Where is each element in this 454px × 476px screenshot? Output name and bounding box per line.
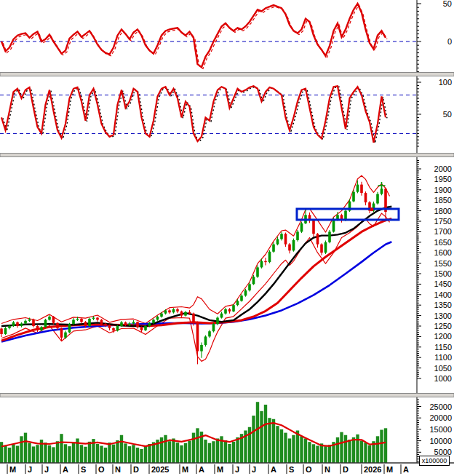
candle-body	[40, 327, 43, 330]
candle-body	[100, 320, 103, 324]
stock-chart-window: 5001005020001950190018501800175017001650…	[0, 0, 454, 476]
candle-body	[252, 277, 255, 284]
month-label: J	[235, 465, 239, 474]
volume-bar	[120, 435, 123, 463]
candle-body	[381, 189, 383, 194]
month-label: M	[217, 465, 223, 474]
volume-bar	[20, 436, 23, 463]
candle-body	[132, 322, 135, 323]
candle-body	[20, 324, 23, 326]
axis-tick-label: 0	[447, 37, 452, 46]
month-label: O	[98, 465, 105, 474]
osc-line	[1, 4, 386, 67]
candle-body	[72, 320, 75, 324]
candle-body	[200, 345, 203, 352]
candle-body	[156, 317, 159, 320]
axis-tick-label: 10000	[429, 437, 452, 445]
axis-tick-label: 25000	[429, 402, 452, 411]
volume-bar	[60, 434, 63, 463]
candle-body	[180, 312, 183, 316]
candle-body	[244, 290, 247, 295]
price-panel[interactable]	[0, 175, 399, 364]
volume-bar	[368, 445, 371, 463]
volume-bar	[376, 436, 379, 463]
candle-body	[224, 309, 227, 314]
candle-body	[176, 309, 179, 312]
volume-multiplier-badge: x100000	[419, 456, 450, 466]
axis-tick-label: 1300	[434, 312, 452, 320]
axis-tick-label: 1200	[434, 332, 452, 341]
axis-tick-label: 100	[439, 78, 452, 87]
month-label: N	[115, 465, 121, 474]
candle-body	[332, 219, 335, 231]
candle-body	[28, 320, 31, 321]
axis-tick-label: 50	[443, 110, 452, 119]
candle-body	[196, 322, 199, 352]
candle-body	[52, 317, 55, 323]
candle-body	[68, 324, 71, 333]
volume-bar	[124, 443, 127, 463]
volume-bar	[104, 448, 107, 463]
candle-body	[56, 323, 59, 328]
volume-bar	[184, 443, 187, 463]
volume-bar	[84, 447, 87, 463]
panel-separator[interactable]	[0, 394, 454, 397]
candle-body	[4, 328, 7, 334]
volume-bar	[292, 435, 295, 463]
chart-svg: 5001005020001950190018501800175017001650…	[0, 0, 454, 476]
time-axis-strip[interactable]: MJJASOND2025MAMJJASOND2026MA	[0, 463, 454, 474]
axis-tick-label: 1900	[434, 186, 452, 194]
volume-bar	[256, 402, 259, 463]
month-label: O	[306, 465, 312, 474]
chart-canvas[interactable]: 5001005020001950190018501800175017001650…	[0, 0, 454, 476]
candle-body	[8, 326, 11, 328]
candle-body	[212, 324, 215, 331]
volume-bar	[52, 447, 55, 463]
axis-tick-label: 1750	[434, 217, 452, 226]
momentum-panel[interactable]	[0, 4, 417, 68]
axis-tick-label: 2000	[434, 164, 452, 173]
candle-body	[112, 328, 115, 330]
month-label: 2026	[364, 465, 381, 474]
candle-body	[280, 234, 283, 239]
axis-tick-label: 1700	[434, 227, 452, 236]
axis-tick-label: 1050	[434, 364, 452, 373]
candle-body	[256, 267, 259, 277]
panel-separator[interactable]	[0, 73, 454, 76]
axis-tick-label: 1450	[434, 279, 452, 288]
panel-separator[interactable]	[0, 154, 454, 157]
candle-body	[232, 305, 235, 312]
volume-bar	[308, 442, 311, 463]
candle-body	[92, 317, 95, 318]
axis-tick-label: 1350	[434, 301, 452, 309]
volume-bar	[316, 446, 319, 463]
candle-body	[208, 331, 211, 336]
volume-bar	[160, 437, 163, 463]
volume-bar	[228, 444, 231, 463]
candle-body	[284, 234, 287, 244]
volume-bar	[172, 438, 175, 463]
momentum-panel-axis: 500	[417, 0, 452, 73]
candle-body	[312, 221, 315, 234]
stochastic-panel[interactable]	[0, 86, 417, 143]
volume-bar	[324, 446, 327, 463]
candle-body	[352, 192, 355, 202]
candle-body	[336, 215, 339, 219]
month-label: N	[324, 465, 330, 474]
candle-body	[320, 245, 323, 253]
volume-bar	[188, 441, 191, 463]
candle-body	[60, 328, 63, 338]
candle-body	[240, 295, 243, 301]
volume-bar	[272, 419, 275, 463]
volume-bar	[352, 437, 355, 463]
axis-tick-label: 1250	[434, 322, 452, 330]
volume-bar	[328, 445, 331, 463]
axis-tick-label: 15000	[429, 425, 452, 434]
volume-panel[interactable]	[0, 402, 387, 463]
candle-body	[76, 319, 79, 320]
axis-tick-label: 1100	[434, 353, 452, 362]
volume-bar	[252, 416, 255, 463]
volume-bar	[8, 448, 11, 463]
volume-bar	[144, 446, 147, 463]
volume-bar	[36, 445, 39, 463]
